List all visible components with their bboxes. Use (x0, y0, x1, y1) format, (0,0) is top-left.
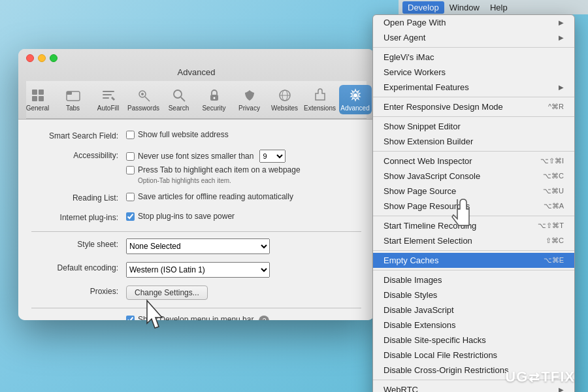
menu-window-item[interactable]: Window (444, 1, 485, 14)
reading-list-label: Reading List: (31, 192, 126, 203)
stylesheet-dropdown-row: None Selected (126, 238, 361, 254)
svg-rect-8 (103, 97, 109, 99)
separator-3 (373, 116, 574, 117)
toolbar-websites-label: Websites (271, 105, 298, 112)
encoding-row: Default encoding: Western (ISO Latin 1) (31, 262, 361, 278)
toolbar-privacy[interactable]: Privacy (233, 85, 266, 114)
develop-menu-spacer (31, 315, 126, 316)
tab-highlight-row: Press Tab to highlight each item on a we… (126, 165, 361, 174)
maximize-button[interactable] (50, 54, 57, 62)
window-controls (26, 54, 367, 62)
proxies-button[interactable]: Change Settings... (126, 286, 208, 300)
menu-item-page-resources[interactable]: Show Page Resources ⌥⌘A (373, 199, 574, 214)
menu-item-experimental[interactable]: Experimental Features ▶ (373, 80, 574, 95)
plugins-checkbox-label: Stop plug-ins to save power (138, 212, 235, 221)
smart-search-checkbox[interactable] (126, 131, 135, 139)
window-title: Advanced (26, 67, 367, 77)
svg-rect-2 (32, 96, 37, 101)
separator-5 (373, 216, 574, 216)
smart-search-label: Smart Search Field: (31, 130, 126, 140)
general-icon (30, 88, 46, 103)
menu-item-timeline[interactable]: Start Timeline Recording ⌥⇧⌘T (373, 218, 574, 233)
menu-item-eglevi-label: EgleVi's iMac (384, 52, 434, 62)
toolbar-passwords[interactable]: Passwords (127, 85, 160, 114)
toolbar-privacy-label: Privacy (238, 105, 260, 112)
develop-menu-label: Show Develop menu in menu bar (138, 315, 253, 320)
develop-menu-checkbox[interactable] (126, 316, 135, 321)
menu-item-user-agent[interactable]: User Agent ▶ (373, 30, 574, 45)
menu-item-element-selection[interactable]: Start Element Selection ⇧⌘C (373, 233, 574, 248)
security-icon (206, 88, 222, 103)
menu-help-item[interactable]: Help (485, 1, 513, 14)
tab-highlight-label: Press Tab to highlight each item on a we… (138, 165, 301, 174)
separator-1 (373, 47, 574, 48)
safari-window: Advanced General Tabs A (18, 49, 374, 320)
menu-item-open-page[interactable]: Open Page With ▶ (373, 15, 574, 30)
encoding-select[interactable]: Western (ISO Latin 1) (126, 262, 270, 278)
menu-item-web-inspector[interactable]: Connect Web Inspector ⌥⇧⌘I (373, 154, 574, 169)
menu-item-webrtc-arrow: ▶ (559, 386, 564, 392)
search-icon (171, 88, 187, 103)
plugins-label: Internet plug-ins: (31, 212, 126, 222)
toolbar-websites[interactable]: Websites (269, 85, 301, 114)
toolbar-autofill-label: AutoFill (97, 105, 119, 112)
font-size-select[interactable]: 9 10 12 (259, 150, 286, 163)
menu-item-page-source[interactable]: Show Page Source ⌥⌘U (373, 184, 574, 199)
toolbar-security[interactable]: Security (198, 85, 231, 114)
menu-item-disable-local[interactable]: Disable Local File Restrictions (373, 348, 574, 363)
plugins-checkbox[interactable] (126, 212, 135, 221)
passwords-icon (136, 88, 152, 103)
toolbar-general[interactable]: General (22, 85, 54, 114)
toolbar-tabs[interactable]: Tabs (57, 85, 90, 114)
menu-item-snippet[interactable]: Show Snippet Editor (373, 119, 574, 134)
menu-item-disable-cors-label: Disable Cross-Origin Restrictions (384, 365, 508, 375)
menu-item-js-console-label: Show JavaScript Console (384, 171, 480, 181)
separator-4 (373, 151, 574, 152)
extensions-icon (312, 88, 328, 103)
menu-item-disable-styles[interactable]: Disable Styles (373, 287, 574, 302)
encoding-label: Default encoding: (31, 262, 126, 272)
svg-rect-1 (39, 90, 44, 95)
menu-item-js-console[interactable]: Show JavaScript Console ⌥⌘C (373, 169, 574, 184)
svg-point-13 (213, 97, 215, 99)
close-button[interactable] (26, 54, 34, 62)
proxies-row: Proxies: Change Settings... (31, 286, 361, 300)
menu-item-open-page-arrow: ▶ (559, 19, 564, 26)
encoding-dropdown-row: Western (ISO Latin 1) (126, 262, 361, 278)
menu-item-service-workers[interactable]: Service Workers (373, 65, 574, 80)
tab-highlight-checkbox[interactable] (126, 166, 135, 174)
plugins-checkbox-row: Stop plug-ins to save power (126, 212, 361, 221)
toolbar-search[interactable]: Search (163, 85, 195, 114)
reading-list-checkbox[interactable] (126, 193, 135, 201)
menu-item-eglevi[interactable]: EgleVi's iMac (373, 50, 574, 65)
advanced-icon (348, 88, 363, 103)
menu-item-extension-builder[interactable]: Show Extension Builder (373, 134, 574, 149)
menu-item-empty-caches[interactable]: Empty Caches ⌥⌘E (373, 253, 574, 268)
window-content: Smart Search Field: Show full website ad… (18, 120, 374, 320)
stylesheet-select[interactable]: None Selected (126, 238, 270, 254)
font-size-checkbox[interactable] (126, 152, 135, 161)
menu-item-disable-js[interactable]: Disable JavaScript (373, 302, 574, 318)
menu-item-disable-ext[interactable]: Disable Extensions (373, 318, 574, 333)
menu-item-disable-images[interactable]: Disable Images (373, 272, 574, 287)
privacy-icon (242, 88, 257, 103)
menu-item-responsive[interactable]: Enter Responsive Design Mode ^⌘R (373, 99, 574, 114)
minimize-button[interactable] (38, 54, 46, 62)
menu-item-disable-hacks[interactable]: Disable Site-specific Hacks (373, 333, 574, 348)
menu-item-open-page-label: Open Page With (384, 18, 446, 27)
menu-item-page-resources-shortcut: ⌥⌘A (544, 202, 564, 210)
toolbar-extensions[interactable]: Extensions (304, 85, 336, 114)
watermark-arrow: ⇄ (529, 369, 540, 385)
menu-item-empty-caches-shortcut: ⌥⌘E (544, 256, 564, 265)
toolbar-advanced[interactable]: Advanced (339, 85, 372, 114)
accessibility-label: Accessibility: (31, 150, 126, 160)
menu-develop-item[interactable]: Develop (402, 1, 444, 14)
menu-item-disable-ext-label: Disable Extensions (384, 320, 456, 330)
plugins-row: Internet plug-ins: Stop plug-ins to save… (31, 212, 361, 223)
plugins-controls: Stop plug-ins to save power (126, 212, 361, 223)
help-icon[interactable]: ? (259, 316, 269, 320)
menu-item-responsive-shortcut: ^⌘R (548, 103, 564, 111)
tab-note: Option-Tab highlights each item. (138, 177, 361, 184)
toolbar-autofill[interactable]: AutoFill (92, 85, 125, 114)
divider2 (31, 308, 361, 308)
